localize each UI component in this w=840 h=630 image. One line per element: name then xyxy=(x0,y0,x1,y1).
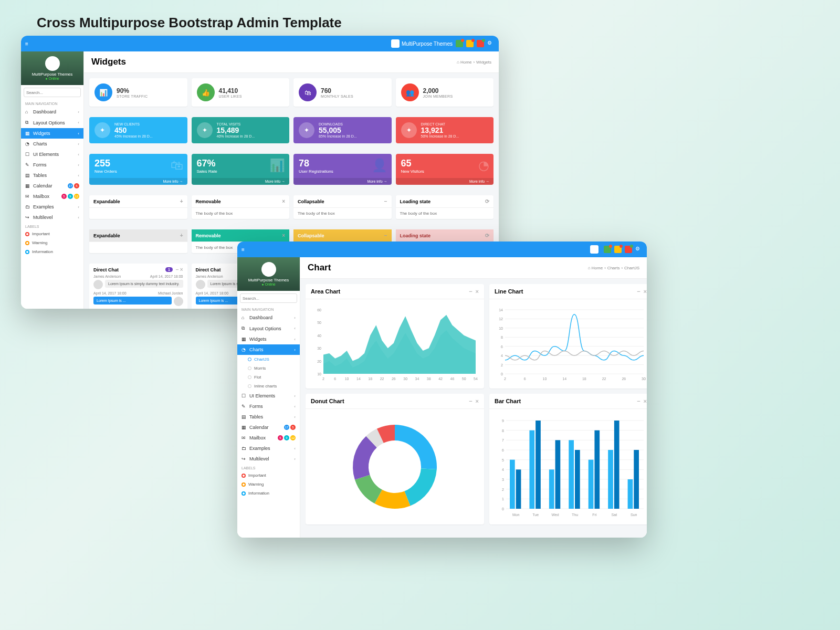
sidebar-sub-inline charts[interactable]: Inline charts xyxy=(237,382,300,391)
sidebar-item-multilevel[interactable]: ↪Multilevel‹ xyxy=(237,454,300,464)
svg-text:34: 34 xyxy=(415,377,419,381)
box-action-icon[interactable]: × xyxy=(282,198,285,204)
content-area: Chart ⌂ Home›Charts›ChartJS Area Chart−×… xyxy=(300,257,647,538)
bell-icon[interactable] xyxy=(614,246,622,253)
collapse-icon[interactable]: − xyxy=(637,398,640,404)
sidebar-item-examples[interactable]: 🗀Examples‹ xyxy=(237,443,300,454)
box-title: Donut Chart xyxy=(311,398,344,404)
box-value: 65 xyxy=(401,158,489,169)
user-avatar[interactable] xyxy=(45,56,60,71)
nav-label: Dashboard xyxy=(249,315,272,320)
sidebar-sub-chartjs[interactable]: ChartJS xyxy=(237,355,300,364)
bell-icon[interactable] xyxy=(466,40,474,47)
close-icon[interactable]: × xyxy=(644,398,647,404)
hamburger-icon[interactable]: ≡ xyxy=(25,41,33,47)
topbar: ≡ MultiPurpose Themes ⚙ xyxy=(21,36,499,51)
flag-icon[interactable] xyxy=(625,246,632,253)
flag-icon[interactable] xyxy=(477,40,484,47)
sidebar-item-examples[interactable]: 🗀Examples‹ xyxy=(21,202,83,212)
collapse-icon[interactable]: − xyxy=(469,398,472,404)
brand-label: MultiPurpose Themes xyxy=(248,278,289,282)
sidebar-sub-morris[interactable]: Morris xyxy=(237,364,300,373)
collapse-icon[interactable]: − xyxy=(469,288,472,295)
svg-text:30: 30 xyxy=(317,346,321,350)
box-action-icon[interactable]: ⟳ xyxy=(485,233,489,238)
sidebar-item-charts[interactable]: ◔Charts‹ xyxy=(237,344,300,355)
label-information[interactable]: Information xyxy=(237,489,300,498)
box-action-icon[interactable]: + xyxy=(180,233,183,238)
collapse-icon[interactable]: − xyxy=(176,267,179,272)
box-title: Bar Chart xyxy=(495,398,521,404)
label-information[interactable]: Information xyxy=(21,247,83,256)
sidebar-item-calendar[interactable]: ▦Calendar175 xyxy=(237,422,300,433)
sidebar-item-dashboard[interactable]: ⌂Dashboard‹ xyxy=(21,107,83,117)
gear-icon[interactable]: ⚙ xyxy=(487,40,495,47)
sidebar-item-ui-elements[interactable]: ☐UI Elements‹ xyxy=(237,391,300,401)
mail-icon[interactable] xyxy=(456,40,463,47)
sidebar-item-tables[interactable]: ▤Tables‹ xyxy=(21,170,83,181)
stat-card: 👥2,000JOIN MEMBERS xyxy=(396,78,494,107)
gear-icon[interactable]: ⚙ xyxy=(635,246,643,253)
more-info-link[interactable]: More info → xyxy=(293,178,392,185)
labels-header: LABELS xyxy=(21,223,83,229)
hamburger-icon[interactable]: ≡ xyxy=(242,247,249,253)
sidebar-item-forms[interactable]: ✎Forms‹ xyxy=(237,401,300,412)
nav-label: Mailbox xyxy=(249,435,266,440)
collapse-icon[interactable]: − xyxy=(637,288,640,295)
box-action-icon[interactable]: ⟳ xyxy=(485,198,489,204)
nav-icon: ✎ xyxy=(242,404,247,409)
ring-icon xyxy=(25,232,29,236)
nav-label: Layout Options xyxy=(33,120,65,125)
msg-bubble: Lorem Ipsum is simply dummy text industr… xyxy=(105,280,183,288)
svg-text:6: 6 xyxy=(502,448,504,452)
box-title: Expandable xyxy=(93,199,120,204)
box-action-icon[interactable]: − xyxy=(384,198,387,204)
sidebar-hero: MultiPurpose Themes ● Online xyxy=(237,257,300,291)
svg-text:18: 18 xyxy=(368,377,372,381)
sidebar-item-mailbox[interactable]: ✉Mailbox5912 xyxy=(237,433,300,443)
sidebar-item-layout-options[interactable]: ⧉Layout Options‹ xyxy=(237,323,300,334)
svg-text:18: 18 xyxy=(582,377,586,381)
close-icon[interactable]: × xyxy=(180,267,183,272)
box-action-icon[interactable]: − xyxy=(384,233,387,238)
content-header: Chart ⌂ Home›Charts›ChartJS xyxy=(300,257,647,279)
sidebar-item-ui-elements[interactable]: ☐UI Elements‹ xyxy=(21,149,83,160)
sidebar-item-mailbox[interactable]: ✉Mailbox5912 xyxy=(21,191,83,202)
sidebar-item-calendar[interactable]: ▦Calendar175 xyxy=(21,181,83,191)
nav-icon: ✉ xyxy=(25,194,30,199)
chat-date: April 14, 2017 18:00 xyxy=(93,291,127,295)
close-icon[interactable]: × xyxy=(476,288,479,295)
search-input[interactable] xyxy=(24,90,83,95)
more-info-link[interactable]: More info → xyxy=(192,178,290,185)
search-input[interactable] xyxy=(240,296,300,301)
sidebar-item-widgets[interactable]: ▦Widgets‹ xyxy=(237,334,300,344)
sidebar-item-charts[interactable]: ◔Charts‹ xyxy=(21,139,83,149)
sidebar-item-dashboard[interactable]: ⌂Dashboard‹ xyxy=(237,312,300,323)
sidebar-item-forms[interactable]: ✎Forms‹ xyxy=(21,160,83,170)
sidebar-item-widgets[interactable]: ▦Widgets‹ xyxy=(21,128,83,139)
nav-icon: ✉ xyxy=(242,435,247,440)
label-warning[interactable]: Warning xyxy=(21,238,83,247)
nav-icon: ☐ xyxy=(242,393,247,398)
sidebar-sub-flot[interactable]: Flot xyxy=(237,373,300,382)
user-avatar[interactable] xyxy=(261,262,276,277)
close-icon[interactable]: × xyxy=(644,288,647,295)
nav-label: Charts xyxy=(249,347,264,352)
box-action-icon[interactable]: × xyxy=(282,233,285,238)
mail-icon[interactable] xyxy=(604,246,611,253)
label-important[interactable]: Important xyxy=(21,229,83,238)
label-important[interactable]: Important xyxy=(237,471,300,480)
sidebar-item-tables[interactable]: ▤Tables‹ xyxy=(237,412,300,422)
sidebar-item-multilevel[interactable]: ↪Multilevel‹ xyxy=(21,212,83,223)
info-icon: ✦ xyxy=(197,122,213,138)
avatar[interactable] xyxy=(391,39,400,48)
sidebar-item-layout-options[interactable]: ⧉Layout Options‹ xyxy=(21,117,83,128)
svg-text:Mon: Mon xyxy=(512,513,520,517)
avatar[interactable] xyxy=(590,245,598,254)
close-icon[interactable]: × xyxy=(476,398,479,404)
more-info-link[interactable]: More info → xyxy=(396,178,494,185)
nav-icon: 🗀 xyxy=(242,446,247,451)
more-info-link[interactable]: More info → xyxy=(89,178,187,185)
box-action-icon[interactable]: + xyxy=(180,198,183,204)
label-warning[interactable]: Warning xyxy=(237,480,300,489)
